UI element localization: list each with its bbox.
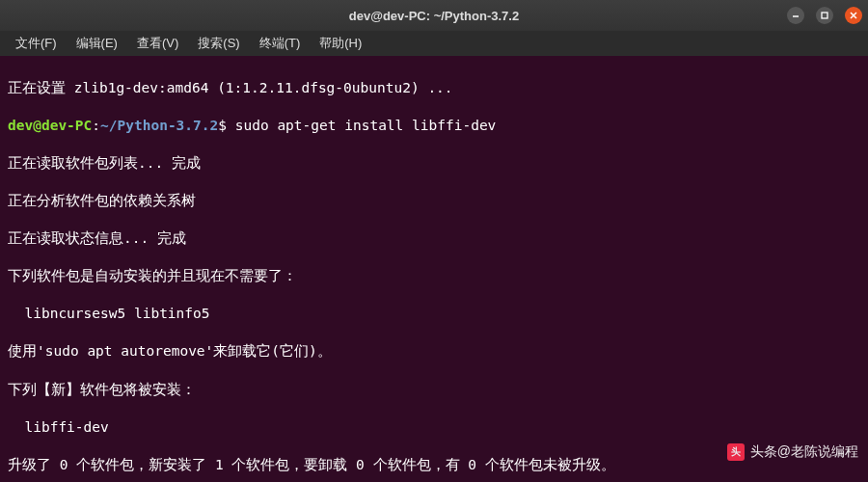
output-line: 使用'sudo apt autoremove'来卸载它(它们)。 [8, 342, 860, 362]
prompt-line: dev@dev-PC:~/Python-3.7.2$ sudo apt-get … [8, 117, 860, 136]
prompt-symbol: $ [218, 118, 227, 133]
close-button[interactable] [845, 7, 862, 24]
svg-rect-1 [822, 13, 827, 18]
command-text: sudo apt-get install libffi-dev [227, 118, 496, 133]
terminal-output[interactable]: 正在设置 zlib1g-dev:amd64 (1:1.2.11.dfsg-0ub… [0, 56, 868, 482]
menu-file[interactable]: 文件(F) [8, 33, 65, 54]
output-line: 下列【新】软件包将被安装： [8, 381, 860, 400]
titlebar: dev@dev-PC: ~/Python-3.7.2 [0, 0, 868, 31]
menu-edit[interactable]: 编辑(E) [68, 33, 125, 54]
watermark-logo-icon: 头 [727, 443, 745, 461]
prompt-user: dev@dev-PC [8, 118, 92, 133]
prompt-colon: : [92, 118, 100, 133]
watermark-text: 头条@老陈说编程 [750, 443, 858, 461]
window-controls [787, 7, 862, 24]
menu-terminal[interactable]: 终端(T) [252, 33, 309, 54]
menu-view[interactable]: 查看(V) [129, 33, 186, 54]
output-line: 正在设置 zlib1g-dev:amd64 (1:1.2.11.dfsg-0ub… [8, 79, 860, 98]
output-line: 正在分析软件包的依赖关系树 [8, 192, 860, 211]
output-line: libffi-dev [8, 418, 860, 438]
output-line: 正在读取软件包列表... 完成 [8, 154, 860, 174]
maximize-button[interactable] [816, 7, 833, 24]
minimize-button[interactable] [787, 7, 804, 24]
window-title: dev@dev-PC: ~/Python-3.7.2 [349, 9, 519, 23]
output-line: libncursesw5 libtinfo5 [8, 305, 860, 324]
menu-search[interactable]: 搜索(S) [190, 33, 247, 54]
menubar: 文件(F) 编辑(E) 查看(V) 搜索(S) 终端(T) 帮助(H) [0, 31, 868, 56]
menu-help[interactable]: 帮助(H) [312, 33, 369, 54]
output-line: 正在读取状态信息... 完成 [8, 229, 860, 249]
prompt-path: ~/Python-3.7.2 [100, 118, 218, 133]
output-line: 下列软件包是自动安装的并且现在不需要了： [8, 267, 860, 286]
watermark: 头 头条@老陈说编程 [727, 443, 858, 461]
